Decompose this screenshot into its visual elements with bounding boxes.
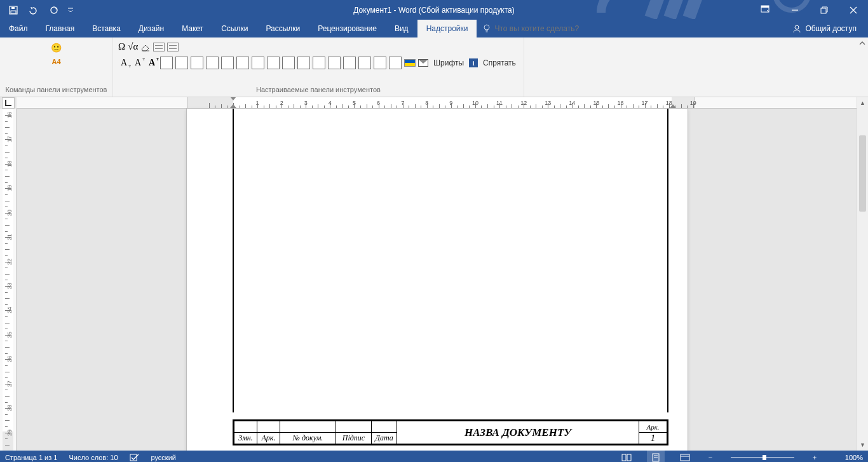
svg-point-16 <box>484 25 489 30</box>
tab-insert[interactable]: Вставка <box>83 20 130 37</box>
tab-references[interactable]: Ссылки <box>212 20 257 37</box>
title-block-col-ark: Арк. <box>257 433 280 444</box>
title-block: НАЗВА ДОКУМЕНТУ Арк. 1 Змн. Арк. № докум… <box>233 419 668 445</box>
tab-view[interactable]: Вид <box>386 20 417 37</box>
tab-selector-button[interactable] <box>2 97 15 109</box>
info-icon[interactable]: i <box>469 58 478 67</box>
workspace: 12345678910111213141516171819 1617181920… <box>0 97 868 451</box>
tab-mailings[interactable]: Рассылки <box>257 20 309 37</box>
status-word-count[interactable]: Число слов: 10 <box>69 454 118 461</box>
box-button-13[interactable] <box>343 57 356 69</box>
proofing-icon[interactable] <box>130 453 140 462</box>
close-button[interactable] <box>839 0 868 20</box>
status-language[interactable]: русский <box>151 454 176 461</box>
envelope-icon[interactable] <box>418 59 428 67</box>
svg-rect-8 <box>664 0 691 19</box>
toolbar-row-2: Aт Aт Aт <box>118 56 519 70</box>
zoom-level[interactable]: 100% <box>831 454 863 461</box>
tab-layout[interactable]: Макет <box>173 20 212 37</box>
omega-icon[interactable]: Ω <box>118 41 125 52</box>
title-bar: Документ1 - Word (Сбой активации продукт… <box>0 0 868 20</box>
quick-access-toolbar <box>0 1 76 19</box>
toolbar-row-1: Ω √α <box>118 41 519 52</box>
eraser-icon[interactable] <box>140 43 151 51</box>
font-subscript-button[interactable]: Aт <box>118 58 130 68</box>
scroll-thumb[interactable] <box>859 135 866 212</box>
box-button-15[interactable] <box>374 57 386 69</box>
box-button-4[interactable] <box>206 57 219 69</box>
box-button-2[interactable] <box>175 57 188 69</box>
svg-point-19 <box>795 25 799 29</box>
frame-right-border <box>667 109 668 412</box>
title-block-ark-label: Арк. <box>639 421 667 433</box>
svg-rect-27 <box>681 454 689 461</box>
indent-increase-icon[interactable] <box>167 43 179 51</box>
box-button-1[interactable] <box>160 57 173 69</box>
scroll-down-button[interactable]: ▼ <box>857 439 868 451</box>
view-print-layout-button[interactable] <box>647 451 665 462</box>
svg-rect-7 <box>645 0 672 19</box>
person-icon <box>792 24 801 33</box>
zoom-in-button[interactable]: + <box>810 454 820 461</box>
tab-file[interactable]: Файл <box>0 20 37 37</box>
box-button-5[interactable] <box>221 57 234 69</box>
ribbon-tabs: Файл Главная Вставка Дизайн Макет Ссылки… <box>0 20 868 37</box>
zoom-slider-thumb[interactable] <box>763 455 766 460</box>
frame-left-border <box>233 109 234 412</box>
horizontal-ruler[interactable]: 12345678910111213141516171819 <box>17 97 857 109</box>
sqrt-icon[interactable]: √α <box>128 41 138 52</box>
svg-rect-1 <box>11 11 16 13</box>
share-button[interactable]: Общий доступ <box>786 20 863 37</box>
box-button-12[interactable] <box>328 57 341 69</box>
view-web-layout-button[interactable] <box>676 451 694 462</box>
box-button-16[interactable] <box>389 57 402 69</box>
zoom-slider[interactable] <box>731 457 794 458</box>
tab-home[interactable]: Главная <box>37 20 84 37</box>
tab-review[interactable]: Рецензирование <box>309 20 386 37</box>
tell-me-input[interactable] <box>494 24 621 33</box>
qat-customize-button[interactable] <box>65 1 76 19</box>
box-button-3[interactable] <box>191 57 203 69</box>
box-button-8[interactable] <box>267 57 280 69</box>
group-label-toolbar-commands: Команды панели инструментов <box>5 85 107 97</box>
save-button[interactable] <box>4 1 23 19</box>
vertical-scrollbar[interactable]: ▲ ▼ <box>857 97 868 451</box>
title-block-page-number: 1 <box>639 433 667 444</box>
hide-button[interactable]: Спрятать <box>480 56 519 70</box>
indent-decrease-icon[interactable] <box>153 43 165 51</box>
a4-button[interactable]: A4 <box>51 58 60 65</box>
undo-button[interactable] <box>24 1 43 19</box>
box-button-11[interactable] <box>313 57 325 69</box>
box-button-14[interactable] <box>358 57 371 69</box>
box-button-6[interactable] <box>236 57 249 69</box>
collapse-ribbon-button[interactable] <box>857 37 868 97</box>
group-label-custom-toolbars: Настраиваемые панели инструментов <box>118 85 519 97</box>
window-title: Документ1 - Word (Сбой активации продукт… <box>353 6 514 15</box>
vertical-ruler[interactable]: 1617181920212223242526272829 <box>0 109 17 451</box>
tab-design[interactable]: Дизайн <box>130 20 173 37</box>
smiley-icon[interactable]: 🙂 <box>51 43 62 53</box>
zoom-out-button[interactable]: − <box>705 454 715 461</box>
font-size-button[interactable]: Aт <box>146 58 158 68</box>
view-read-mode-button[interactable] <box>618 451 635 462</box>
font-superscript-button[interactable]: Aт <box>132 58 144 68</box>
status-page[interactable]: Страница 1 из 1 <box>5 454 57 461</box>
box-button-10[interactable] <box>297 57 310 69</box>
title-block-name: НАЗВА ДОКУМЕНТУ <box>397 421 639 444</box>
title-block-col-doc: № докум. <box>280 433 336 444</box>
lightbulb-icon <box>483 24 491 33</box>
fonts-button[interactable]: Шрифты <box>431 56 466 70</box>
redo-button[interactable] <box>44 1 64 19</box>
box-button-9[interactable] <box>282 57 295 69</box>
tell-me-search[interactable] <box>477 20 628 37</box>
document-page[interactable]: НАЗВА ДОКУМЕНТУ Арк. 1 Змн. Арк. № докум… <box>187 109 688 451</box>
flag-ukraine-icon[interactable] <box>404 59 416 67</box>
ribbon-display-options-button[interactable] <box>754 0 776 18</box>
box-button-7[interactable] <box>252 57 264 69</box>
restore-button[interactable] <box>810 0 839 20</box>
minimize-button[interactable] <box>780 0 810 20</box>
svg-rect-22 <box>622 454 626 461</box>
title-block-col-date: Дата <box>372 433 397 444</box>
tab-addins[interactable]: Надстройки <box>417 20 477 37</box>
scroll-up-button[interactable]: ▲ <box>857 97 868 109</box>
